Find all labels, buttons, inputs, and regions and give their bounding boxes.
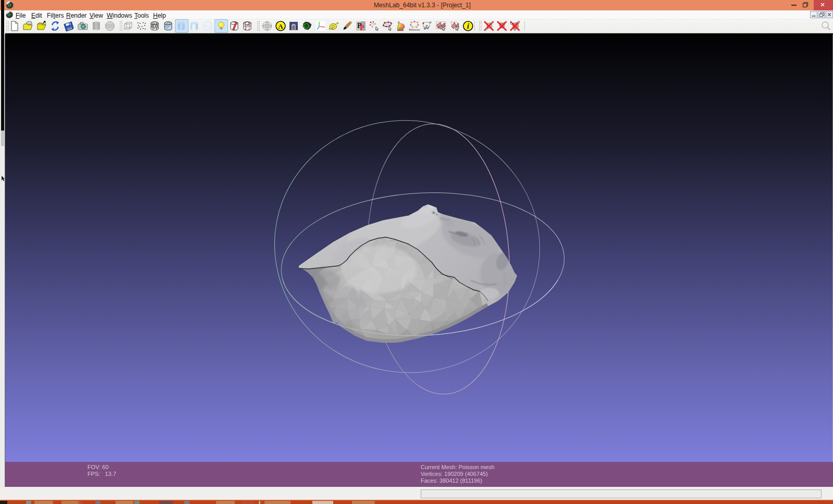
svg-text:i: i xyxy=(467,22,469,30)
svg-text:A: A xyxy=(278,22,283,30)
svg-text:Reference: Reference xyxy=(409,29,420,31)
svg-text:P: P xyxy=(360,24,364,32)
